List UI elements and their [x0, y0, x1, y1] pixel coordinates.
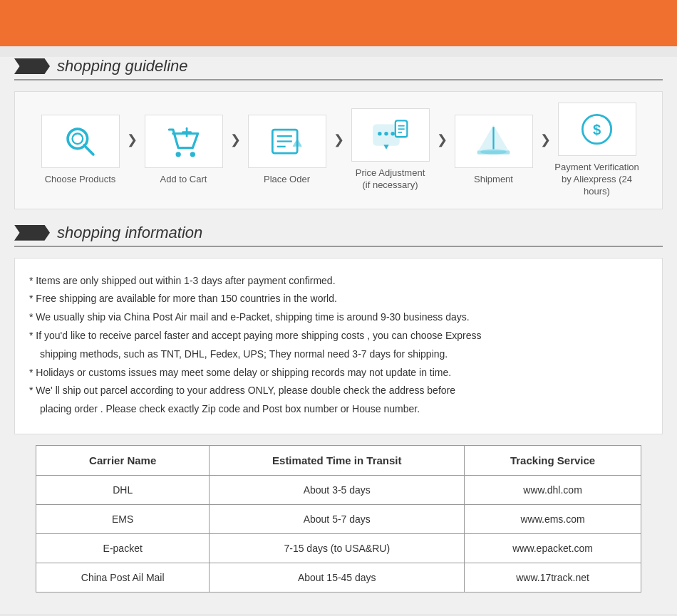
step-icon-shipment — [455, 115, 533, 168]
svg-point-13 — [384, 132, 388, 136]
step-icon-choose-products — [41, 115, 120, 168]
carrier-dhl: DHL — [36, 476, 210, 505]
time-epacket: 7-15 days (to USA&RU) — [210, 534, 465, 563]
shipping-table: Carrier Name Estimated Time in Transit T… — [36, 445, 641, 592]
step-payment-verification: $ Payment Verificationby Aliexpress (24 … — [554, 103, 640, 198]
carrier-epacket: E-packet — [36, 534, 210, 563]
step-label-choose-products: Choose Products — [45, 174, 116, 186]
info-section: * Items are only shipped out within 1-3 … — [14, 258, 663, 434]
step-add-to-cart: Add to Cart — [141, 115, 227, 186]
info-section-header: shopping information — [14, 224, 663, 247]
time-dhl: About 3-5 days — [210, 476, 465, 505]
info-line-5: * Holidays or customs issues may meet so… — [29, 365, 648, 382]
step-label-add-to-cart: Add to Cart — [160, 174, 207, 186]
info-line-6b: placing order . Please check exactly Zip… — [29, 401, 648, 418]
info-title: shopping information — [57, 224, 202, 242]
table-row: DHL About 3-5 days www.dhl.com — [36, 476, 641, 505]
step-label-shipment: Shipment — [474, 174, 513, 186]
header-icon-info — [14, 225, 50, 241]
step-price-adjustment: Price Adjustment(if necessary) — [348, 108, 433, 192]
step-label-payment-verification: Payment Verificationby Aliexpress (24 ho… — [554, 162, 640, 198]
guideline-section-header: shopping guideline — [14, 57, 663, 80]
step-icon-price-adjustment — [351, 108, 430, 162]
orange-banner — [0, 0, 677, 46]
carrier-ems: EMS — [36, 505, 210, 534]
info-line-4: * If you'd like to receive parcel faster… — [29, 328, 648, 345]
svg-point-12 — [378, 132, 382, 136]
svg-point-4 — [190, 152, 195, 157]
svg-point-14 — [391, 132, 395, 136]
step-icon-payment-verification: $ — [558, 103, 636, 156]
guideline-title: shopping guideline — [57, 57, 188, 75]
carrier-chinapost: China Post Ail Mail — [36, 563, 210, 592]
time-ems: About 5-7 days — [210, 505, 465, 534]
tracking-ems: www.ems.com — [465, 505, 641, 534]
col-carrier-name: Carrier Name — [36, 446, 210, 476]
arrow5: ❯ — [540, 132, 551, 169]
time-chinapost: About 15-45 days — [210, 563, 465, 592]
step-label-price-adjustment: Price Adjustment(if necessary) — [356, 167, 425, 192]
svg-point-2 — [73, 133, 83, 144]
table-row: China Post Ail Mail About 15-45 days www… — [36, 563, 641, 592]
table-row: EMS About 5-7 days www.ems.com — [36, 505, 641, 534]
tracking-chinapost: www.17track.net — [465, 563, 641, 592]
info-line-6: * We' ll ship out parcel according to yo… — [29, 382, 648, 400]
tracking-epacket: www.epacket.com — [465, 534, 641, 563]
step-label-place-order: Place Oder — [264, 174, 310, 186]
info-line-1: * Items are only shipped out within 1-3 … — [29, 273, 648, 290]
col-tracking-service: Tracking Service — [465, 446, 641, 476]
header-icon-guideline — [14, 58, 50, 74]
step-icon-add-to-cart — [145, 115, 223, 168]
shipping-table-container: Carrier Name Estimated Time in Transit T… — [14, 445, 663, 592]
tracking-dhl: www.dhl.com — [465, 476, 641, 505]
step-icon-place-order — [248, 115, 326, 168]
svg-rect-21 — [477, 150, 510, 155]
svg-line-1 — [84, 145, 93, 155]
step-shipment: Shipment — [451, 115, 537, 186]
arrow2: ❯ — [230, 132, 241, 169]
table-header-row: Carrier Name Estimated Time in Transit T… — [36, 446, 641, 476]
step-place-order: Place Oder — [244, 115, 330, 186]
arrow1: ❯ — [127, 132, 138, 169]
arrow3: ❯ — [334, 132, 344, 169]
step-choose-products: Choose Products — [38, 115, 123, 186]
arrow4: ❯ — [437, 132, 448, 169]
steps-row: Choose Products ❯ Add to Cart ❯ — [14, 91, 663, 209]
info-line-4b: shipping methods, such as TNT, DHL, Fede… — [29, 346, 648, 363]
info-line-3: * We usually ship via China Post Air mai… — [29, 309, 648, 326]
table-row: E-packet 7-15 days (to USA&RU) www.epack… — [36, 534, 641, 563]
info-line-2: * Free shipping are available for more t… — [29, 291, 648, 308]
svg-text:$: $ — [593, 122, 601, 137]
col-transit-time: Estimated Time in Transit — [210, 446, 465, 476]
svg-point-3 — [176, 152, 181, 157]
